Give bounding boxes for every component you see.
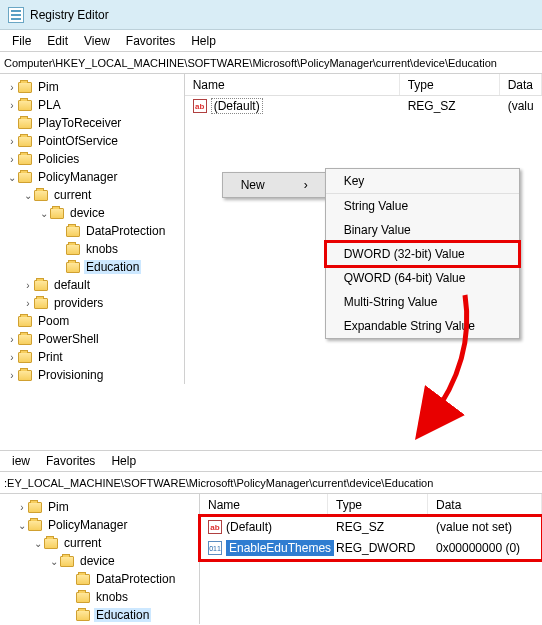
list-row-default[interactable]: ab(Default) REG_SZ (valu — [185, 96, 542, 116]
ctx-expand[interactable]: Expandable String Value — [326, 314, 519, 338]
main-area: ›Pim ›PLA PlayToReceiver ›PointOfService… — [0, 74, 542, 384]
tree-current[interactable]: ⌄current — [0, 186, 184, 204]
tree2-policymanager[interactable]: ⌄PolicyManager — [0, 516, 199, 534]
tree-policies[interactable]: ›Policies — [0, 150, 184, 168]
reg-dword-icon: 011 — [208, 541, 222, 555]
menu-favorites[interactable]: Favorites — [118, 32, 183, 50]
ctx-new[interactable]: New› — [223, 173, 326, 197]
menu-view[interactable]: View — [76, 32, 118, 50]
menu-help[interactable]: Help — [183, 32, 224, 50]
tree-dataprotection[interactable]: DataProtection — [0, 222, 184, 240]
titlebar: Registry Editor — [0, 0, 542, 30]
address-bar[interactable]: Computer\HKEY_LOCAL_MACHINE\SOFTWARE\Mic… — [0, 52, 542, 74]
reg-sz-icon: ab — [208, 520, 222, 534]
menubar-2: iew Favorites Help — [0, 450, 542, 472]
tree-playtoreceiver[interactable]: PlayToReceiver — [0, 114, 184, 132]
ctx-key[interactable]: Key — [326, 169, 519, 193]
address-bar-2[interactable]: :EY_LOCAL_MACHINE\SOFTWARE\Microsoft\Pol… — [0, 472, 542, 494]
tree2-knobs[interactable]: knobs — [0, 588, 199, 606]
tree-providers[interactable]: ›providers — [0, 294, 184, 312]
tree2-education[interactable]: Education — [0, 606, 199, 624]
tree-device[interactable]: ⌄device — [0, 204, 184, 222]
col-data[interactable]: Data — [500, 74, 542, 95]
menu-file[interactable]: File — [4, 32, 39, 50]
menubar: File Edit View Favorites Help — [0, 30, 542, 52]
tree-default[interactable]: ›default — [0, 276, 184, 294]
context-menu-new: New› — [222, 172, 327, 198]
context-submenu: Key String Value Binary Value DWORD (32-… — [325, 168, 520, 339]
ctx-string[interactable]: String Value — [326, 194, 519, 218]
tree-poom[interactable]: Poom — [0, 312, 184, 330]
col2-name[interactable]: Name — [200, 494, 328, 515]
list-view[interactable]: Name Type Data ab(Default) REG_SZ (valu … — [185, 74, 542, 384]
tree-pim[interactable]: ›Pim — [0, 78, 184, 96]
tree2-dp[interactable]: DataProtection — [0, 570, 199, 588]
app-icon — [8, 7, 24, 23]
col-name[interactable]: Name — [185, 74, 400, 95]
tree-powershell[interactable]: ›PowerShell — [0, 330, 184, 348]
tree-print[interactable]: ›Print — [0, 348, 184, 366]
menu2-view[interactable]: iew — [4, 452, 38, 470]
tree-pointofservice[interactable]: ›PointOfService — [0, 132, 184, 150]
ctx-binary[interactable]: Binary Value — [326, 218, 519, 242]
col2-type[interactable]: Type — [328, 494, 428, 515]
tree-view[interactable]: ›Pim ›PLA PlayToReceiver ›PointOfService… — [0, 74, 185, 384]
list-view-2[interactable]: Name Type Data ab(Default) REG_SZ (value… — [200, 494, 542, 624]
list-header: Name Type Data — [185, 74, 542, 96]
menu-edit[interactable]: Edit — [39, 32, 76, 50]
ctx-multi[interactable]: Multi-String Value — [326, 290, 519, 314]
tree-policymanager[interactable]: ⌄PolicyManager — [0, 168, 184, 186]
list2-row-enableeduthemes[interactable]: 011EnableEduThemes REG_DWORD 0x00000000 … — [200, 537, 542, 559]
chevron-right-icon: › — [304, 178, 308, 192]
tree-education[interactable]: Education — [0, 258, 184, 276]
tree-pla[interactable]: ›PLA — [0, 96, 184, 114]
list2-row-default[interactable]: ab(Default) REG_SZ (value not set) — [200, 517, 542, 537]
window-title: Registry Editor — [30, 8, 109, 22]
col-type[interactable]: Type — [400, 74, 500, 95]
tree2-current[interactable]: ⌄current — [0, 534, 199, 552]
col2-data[interactable]: Data — [428, 494, 542, 515]
tree-provisioning[interactable]: ›Provisioning — [0, 366, 184, 384]
ctx-qword[interactable]: QWORD (64-bit) Value — [326, 266, 519, 290]
menu2-help[interactable]: Help — [103, 452, 144, 470]
menu2-favorites[interactable]: Favorites — [38, 452, 103, 470]
highlighted-rows: ab(Default) REG_SZ (value not set) 011En… — [200, 516, 542, 560]
address-text-2: :EY_LOCAL_MACHINE\SOFTWARE\Microsoft\Pol… — [4, 477, 433, 489]
tree-knobs[interactable]: knobs — [0, 240, 184, 258]
tree-view-2[interactable]: ›Pim ⌄PolicyManager ⌄current ⌄device Dat… — [0, 494, 200, 624]
reg-sz-icon: ab — [193, 99, 207, 113]
list-header-2: Name Type Data — [200, 494, 542, 516]
address-text: Computer\HKEY_LOCAL_MACHINE\SOFTWARE\Mic… — [4, 57, 497, 69]
tree2-pim[interactable]: ›Pim — [0, 498, 199, 516]
ctx-dword[interactable]: DWORD (32-bit) Value — [326, 242, 519, 266]
tree2-device[interactable]: ⌄device — [0, 552, 199, 570]
